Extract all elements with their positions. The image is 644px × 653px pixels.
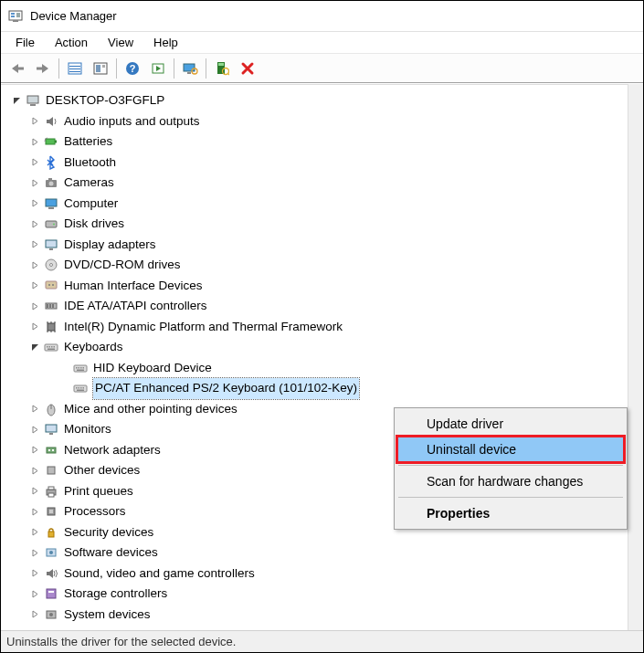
svg-point-34 (53, 224, 55, 226)
tree-node-disk-drives[interactable]: Disk drives (6, 214, 639, 235)
expand-icon[interactable] (28, 403, 41, 416)
expand-icon[interactable] (28, 423, 41, 436)
expand-icon[interactable] (28, 444, 41, 457)
cm-properties[interactable]: Properties (397, 500, 624, 526)
tree-node-label: DVD/CD-ROM drives (64, 255, 181, 276)
svg-rect-68 (80, 387, 82, 389)
device-tree[interactable]: DESKTOP-O3FGFLPAudio inputs and outputsB… (1, 84, 643, 630)
tree-node-hid-keyboard-device[interactable]: HID Keyboard Device (6, 358, 639, 379)
chip-icon (43, 320, 59, 334)
sound-icon (43, 566, 59, 581)
software-icon (43, 545, 59, 560)
svg-rect-4 (13, 20, 18, 22)
storage-icon (43, 586, 59, 601)
menu-file[interactable]: File (6, 34, 44, 51)
tree-node-system-devices[interactable]: System devices (6, 605, 639, 626)
tree-node-bluetooth[interactable]: Bluetooth (6, 153, 639, 174)
svg-rect-75 (47, 448, 56, 453)
tree-node-storage-controllers[interactable]: Storage controllers (6, 584, 639, 605)
expand-icon[interactable] (28, 238, 41, 251)
svg-rect-76 (48, 449, 50, 451)
show-hide-tree-button[interactable] (63, 58, 87, 79)
properties-button[interactable] (89, 58, 112, 79)
tree-node-keyboards[interactable]: Keyboards (6, 337, 639, 358)
tree-node-computer[interactable]: Computer (6, 194, 639, 215)
tree-node-display-adapters[interactable]: Display adapters (6, 235, 639, 256)
hid-icon (43, 279, 59, 293)
tree-node-audio-inputs-and-outputs[interactable]: Audio inputs and outputs (6, 111, 639, 132)
svg-rect-3 (16, 13, 20, 17)
expand-icon[interactable] (28, 217, 41, 230)
svg-rect-35 (46, 240, 57, 248)
collapse-icon[interactable] (28, 341, 41, 353)
svg-rect-74 (49, 433, 53, 435)
menu-action[interactable]: Action (46, 34, 97, 51)
expand-icon[interactable] (28, 505, 41, 518)
tree-node-cameras[interactable]: Cameras (6, 173, 639, 194)
disk-icon (43, 216, 59, 231)
svg-text:?: ? (130, 63, 136, 74)
tree-node-dvd-cd-rom-drives[interactable]: DVD/CD-ROM drives (6, 255, 639, 276)
expand-icon[interactable] (28, 526, 41, 539)
tree-node-batteries[interactable]: Batteries (6, 132, 639, 153)
expand-icon[interactable] (28, 608, 41, 621)
svg-rect-39 (46, 281, 57, 289)
uninstall-button[interactable] (236, 58, 259, 79)
scan-button[interactable] (210, 58, 234, 79)
tree-node-desktop-o3fgflp[interactable]: DESKTOP-O3FGFLP (6, 90, 639, 111)
expand-icon[interactable] (28, 135, 41, 148)
tree-node-human-interface-devices[interactable]: Human Interface Devices (6, 276, 639, 297)
forward-button[interactable] (31, 58, 55, 79)
toolbar-separator (174, 58, 174, 79)
ide-icon (43, 299, 59, 313)
expand-icon[interactable] (28, 464, 41, 477)
expand-icon[interactable] (28, 546, 41, 559)
expand-icon[interactable] (28, 321, 41, 333)
expand-icon[interactable] (28, 567, 41, 580)
cm-update-driver[interactable]: Update driver (397, 411, 624, 437)
menu-view[interactable]: View (99, 34, 143, 51)
action-button[interactable] (146, 58, 170, 79)
tree-node-label: Processors (64, 501, 126, 522)
expand-icon[interactable] (28, 300, 41, 312)
tree-node-software-devices[interactable]: Software devices (6, 542, 639, 563)
expand-icon[interactable] (28, 279, 41, 292)
expand-icon[interactable] (28, 485, 41, 498)
back-button[interactable] (5, 58, 29, 79)
expand-icon[interactable] (28, 587, 41, 600)
cm-uninstall-device[interactable]: Uninstall device (397, 437, 624, 462)
tree-node-label: Disk drives (64, 214, 124, 235)
cpu-icon (43, 504, 59, 519)
toolbar-separator (116, 58, 117, 79)
keyboard-icon (72, 361, 89, 375)
svg-rect-43 (47, 304, 48, 308)
cm-scan-hardware[interactable]: Scan for hardware changes (397, 469, 624, 494)
help-button[interactable]: ? (121, 58, 144, 79)
expand-icon[interactable] (28, 156, 41, 169)
menu-help[interactable]: Help (144, 34, 187, 51)
tree-node-label: Monitors (64, 419, 111, 440)
svg-rect-57 (54, 346, 56, 348)
scrollbar[interactable] (628, 84, 643, 630)
expand-icon[interactable] (28, 258, 41, 271)
expand-icon[interactable] (28, 176, 41, 189)
svg-rect-88 (48, 591, 54, 593)
show-hidden-button[interactable] (178, 58, 202, 79)
svg-point-90 (49, 613, 53, 616)
collapse-icon[interactable] (10, 94, 23, 107)
expand-icon[interactable] (28, 115, 41, 128)
toolbar-separator (58, 58, 59, 79)
mouse-icon (43, 402, 59, 416)
monitor-icon (43, 422, 59, 437)
tree-node-sound-video-and-game-controllers[interactable]: Sound, video and game controllers (6, 563, 639, 585)
tree-node-ide-ata-atapi-controllers[interactable]: IDE ATA/ATAPI controllers (6, 296, 639, 317)
tree-node-label: Other devices (64, 460, 140, 481)
expand-icon[interactable] (28, 197, 41, 210)
svg-rect-44 (49, 304, 51, 308)
svg-rect-62 (80, 367, 82, 369)
tree-node-label: Bluetooth (64, 153, 116, 174)
tree-node-label: Display adapters (64, 235, 156, 256)
tree-node-intel-r-dynamic-platform-and-thermal-framework[interactable]: Intel(R) Dynamic Platform and Thermal Fr… (6, 317, 639, 338)
tree-node-pc-at-enhanced-ps-2-keyboard-101-102-key[interactable]: PC/AT Enhanced PS/2 Keyboard (101/102-Ke… (6, 378, 639, 399)
svg-rect-12 (96, 65, 100, 72)
